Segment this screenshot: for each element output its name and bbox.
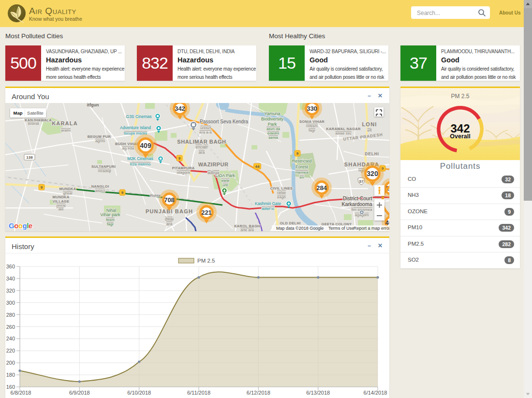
svg-text:tr2a mstrmo: tr2a mstrmo [130, 162, 151, 166]
svg-text:LONI: LONI [362, 121, 377, 127]
svg-text:6/13/2018: 6/13/2018 [306, 390, 330, 396]
svg-text:6/8/2018: 6/8/2018 [11, 390, 31, 396]
svg-text:Vihar park: Vihar park [101, 212, 120, 217]
svg-text:eiele: eiele [222, 178, 230, 183]
svg-text:ure: ure [222, 183, 228, 187]
svg-text:BEGUM PUR: BEGUM PUR [88, 134, 111, 139]
svg-text:Passoort Seva Kendra: Passoort Seva Kendra [200, 119, 248, 124]
svg-text:360: 360 [6, 264, 15, 269]
svg-text:Rohta: Rohta [150, 193, 161, 198]
svg-text:enciatr: enciatr [195, 145, 208, 149]
svg-text:utagqra: utagqra [177, 170, 190, 175]
svg-text:Karkardooma: Karkardooma [341, 201, 372, 207]
svg-text:eagh: eagh [277, 195, 286, 199]
svg-text:G3S Cinemas: G3S Cinemas [126, 114, 152, 119]
svg-text:Map: Map [14, 110, 23, 116]
svg-text:ara: ara [166, 221, 173, 226]
svg-text:mfesm: mfesm [306, 124, 318, 128]
svg-text:OLD DELHI: OLD DELHI [280, 221, 300, 225]
svg-text:avstrda: avstrda [28, 122, 39, 125]
svg-text:Park: Park [268, 122, 277, 127]
svg-text:6/11/2018: 6/11/2018 [187, 390, 210, 396]
svg-text:Restricted: Restricted [292, 159, 312, 163]
svg-text:6/9/2018: 6/9/2018 [69, 390, 90, 396]
svg-text:240: 240 [6, 336, 15, 341]
svg-text:Map data ©2018 Google: Map data ©2018 Google [276, 226, 324, 231]
svg-text:320: 320 [6, 288, 15, 294]
svg-text:409: 409 [140, 142, 151, 149]
svg-text:708: 708 [164, 196, 175, 204]
svg-text:adtrga: adtrga [207, 170, 219, 175]
svg-text:fesm: fesm [106, 218, 115, 222]
svg-text:44: 44 [255, 164, 260, 169]
svg-text:PITAMPURA: PITAMPURA [172, 166, 195, 170]
svg-text:9: 9 [178, 156, 181, 161]
svg-text:340: 340 [6, 276, 15, 281]
svg-text:SHALIMAR BAGH: SHALIMAR BAGH [177, 139, 226, 145]
svg-text:9: 9 [121, 191, 124, 195]
svg-text:dstai: dstai [165, 217, 174, 221]
svg-text:District Court: District Court [343, 195, 372, 201]
svg-text:221: 221 [201, 209, 212, 216]
svg-text:aiseci: aiseci [95, 189, 105, 193]
svg-text:6/14/2018: 6/14/2018 [364, 390, 387, 396]
svg-text:fagr: fagr [309, 128, 315, 133]
svg-text:Satellite: Satellite [27, 110, 44, 116]
svg-text:138: 138 [26, 155, 33, 160]
svg-text:Google: Google [9, 221, 32, 230]
svg-text:KARAWAL NAGAR: KARAWAL NAGAR [326, 127, 361, 131]
svg-text:DELHI: DELHI [365, 151, 379, 156]
svg-text:rafae: rafae [277, 191, 286, 195]
svg-text:VILLAGE: VILLAGE [53, 199, 70, 204]
svg-text:MUNDKA: MUNDKA [52, 195, 69, 199]
svg-text:300: 300 [6, 300, 15, 306]
svg-text:CIVIL LINES: CIVIL LINES [270, 186, 293, 191]
svg-text:memea: memea [296, 170, 309, 175]
svg-text:aie: aie [59, 207, 64, 211]
svg-text:Report a map error: Report a map error [354, 226, 389, 231]
svg-text:280: 280 [6, 312, 15, 318]
svg-text:fagr: fagr [107, 222, 114, 226]
svg-text:284: 284 [316, 184, 327, 192]
svg-text:330: 330 [307, 105, 317, 112]
svg-text:ara: ara [199, 150, 205, 155]
svg-text:220: 220 [6, 348, 15, 354]
svg-text:MUNDKA: MUNDKA [59, 187, 76, 191]
svg-text:sema: sema [268, 135, 278, 140]
svg-text:9: 9 [41, 185, 43, 190]
svg-text:WAZIRPUR: WAZIRPUR [198, 162, 229, 167]
svg-text:SONIA VIHAR: SONIA VIHAR [299, 119, 325, 124]
svg-text:40: 40 [385, 219, 389, 226]
svg-text:ededm: ededm [267, 131, 280, 135]
svg-text:320: 320 [367, 170, 378, 177]
svg-text:era a-a: era a-a [199, 130, 212, 134]
svg-text:ghsal: ghsal [63, 191, 72, 195]
svg-text:en: en [300, 175, 304, 179]
svg-text:M2K Cinemas: M2K Cinemas [127, 156, 153, 161]
svg-text:9: 9 [296, 151, 299, 156]
svg-text:PM 2.5: PM 2.5 [197, 258, 215, 264]
svg-text:itfgun: itfgun [87, 103, 99, 107]
svg-text:200: 200 [6, 360, 15, 366]
svg-text:mradtqt: mradtqt [98, 169, 111, 173]
svg-text:260: 260 [6, 324, 15, 330]
svg-text:aralm: aralm [61, 128, 71, 133]
svg-text:KARALA: KARALA [52, 120, 78, 126]
svg-text:NANGLOI: NANGLOI [91, 184, 109, 189]
svg-text:eft: eft [368, 128, 372, 133]
svg-text:Adventure Island: Adventure Island [120, 125, 151, 130]
svg-text:342: 342 [175, 105, 185, 112]
svg-text:adtef ic: adtef ic [262, 206, 274, 211]
svg-text:Terms of Use: Terms of Use [328, 226, 354, 231]
svg-text:6/10/2018: 6/10/2018 [127, 390, 151, 396]
svg-text:asiae ssc: asiae ssc [335, 131, 351, 135]
svg-text:Kashmiri Gate: Kashmiri Gate [255, 201, 281, 206]
svg-text:ag lrda: ag lrda [122, 146, 134, 150]
svg-text:asvn da: asvn da [266, 127, 281, 131]
svg-text:180: 180 [6, 372, 15, 378]
svg-text:Forest: Forest [296, 164, 308, 169]
svg-text:Yamuna: Yamuna [265, 111, 281, 116]
svg-text:SULTANPURI: SULTANPURI [91, 164, 116, 169]
svg-text:160: 160 [6, 384, 15, 390]
svg-text:6/12/2018: 6/12/2018 [247, 390, 270, 396]
